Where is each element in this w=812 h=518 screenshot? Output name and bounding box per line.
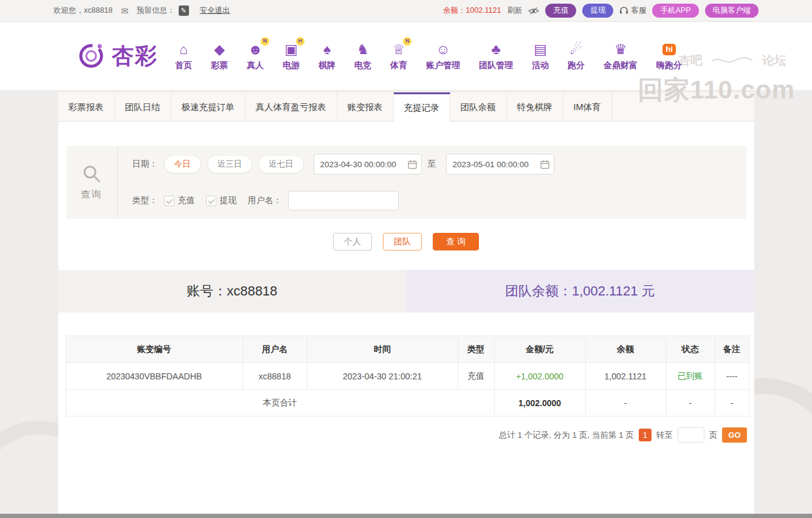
nav-egames[interactable]: ▣ H 电游 <box>283 41 300 71</box>
nav-team-management[interactable]: ♣ 团队管理 <box>479 41 513 71</box>
tab-live-sports-pl[interactable]: 真人体育盈亏报表 <box>246 92 337 121</box>
goto-page-input[interactable] <box>678 427 704 443</box>
nav-home[interactable]: ⌂ 首页 <box>175 41 192 71</box>
pagination: 总计 1 个记录, 分为 1 页, 当前第 1 页 1 转至 页 GO <box>66 427 747 443</box>
table-header-row: 账变编号 用户名 时间 类型 金额/元 余额 状态 备注 <box>66 336 749 363</box>
username-input[interactable] <box>288 191 399 210</box>
nav-paofen[interactable]: ☄ 跑分 <box>568 41 585 71</box>
calendar-icon[interactable] <box>408 160 417 171</box>
col-balance: 余额 <box>585 336 666 363</box>
cell-balance: 1,002.1121 <box>585 363 666 390</box>
message-icon[interactable]: ✉ <box>121 6 128 16</box>
team-balance-value: 1,002.1121 元 <box>572 282 655 300</box>
date-from-input[interactable] <box>320 160 405 169</box>
topbar: 欢迎您，xc88818 ✉ 预留信息： ✎ 安全退出 余额：1002.1121 … <box>0 0 812 22</box>
tab-tetu-chess[interactable]: 特兔棋牌 <box>507 92 563 121</box>
esports-icon: ♞ <box>357 41 370 58</box>
deposit-checkbox[interactable]: 充值 <box>164 195 195 206</box>
date-from-field <box>314 154 422 174</box>
personal-button[interactable]: 个人 <box>333 233 372 250</box>
nav-sports[interactable]: ♕ N 体育 <box>390 41 407 71</box>
pc-client-button[interactable]: 电脑客户端 <box>705 4 759 18</box>
team-balance-label: 团队余额： <box>505 282 572 300</box>
tab-fast-orders[interactable]: 极速充提订单 <box>171 92 246 121</box>
new-badge: N <box>261 37 269 46</box>
tab-account-change[interactable]: 账变报表 <box>337 92 394 121</box>
watermark-right-text: 论坛 <box>762 52 786 69</box>
page-unit-label: 页 <box>709 430 718 441</box>
account-summary: 账号： xc88818 <box>58 270 407 313</box>
cell-amount: +1,002.0000 <box>494 363 585 390</box>
mobile-app-button[interactable]: 手机APP <box>652 4 698 18</box>
wealth-icon: ♛ <box>614 41 627 58</box>
paofen-icon: ☄ <box>570 41 583 58</box>
quick-7days-button[interactable]: 近七日 <box>258 155 304 173</box>
search-button[interactable]: 查 询 <box>433 233 479 250</box>
checkbox-icon <box>164 196 174 206</box>
edit-icon[interactable]: ✎ <box>179 5 189 16</box>
username-label: 用户名： <box>248 195 282 206</box>
tab-deposit-withdraw-records[interactable]: 充提记录 <box>394 92 450 122</box>
nav-esports[interactable]: ♞ 电竞 <box>354 41 371 71</box>
logo[interactable]: 杏彩 <box>75 40 158 72</box>
action-row: 个人 团队 查 询 <box>58 233 754 250</box>
cell-type: 充值 <box>458 363 494 390</box>
tab-team-daily[interactable]: 团队日结 <box>115 92 171 121</box>
balance-text: 余额：1002.1121 <box>443 5 501 16</box>
nav-hi-paofen[interactable]: hi 嗨跑分 <box>656 41 682 71</box>
nav-live[interactable]: ☻ N 真人 <box>247 41 264 71</box>
tab-team-balance[interactable]: 团队余额 <box>450 92 507 121</box>
page-1-button[interactable]: 1 <box>639 429 652 441</box>
quick-3days-button[interactable]: 近三日 <box>207 155 253 173</box>
filter-panel: 查询 日期： 今日 近三日 近七日 <box>66 146 746 219</box>
home-icon: ⌂ <box>179 41 188 58</box>
date-filter-row: 日期： 今日 近三日 近七日 至 <box>132 146 740 182</box>
col-username: 用户名 <box>243 336 307 363</box>
footer-amount: 1,002.0000 <box>494 390 585 416</box>
egames-icon: ▣ H <box>284 41 298 58</box>
withdraw-button[interactable]: 提现 <box>582 4 613 18</box>
col-time: 时间 <box>307 336 458 363</box>
goto-label: 转至 <box>656 430 673 441</box>
activity-icon: ▤ <box>534 41 547 58</box>
tab-im-sports[interactable]: IM体育 <box>563 92 612 121</box>
col-amount: 金额/元 <box>494 336 585 363</box>
balance-value: 1002.1121 <box>466 6 501 15</box>
nav-chess[interactable]: ♠ 棋牌 <box>318 41 335 71</box>
content-card: 彩票报表 团队日结 极速充提订单 真人体育盈亏报表 账变报表 充提记录 团队余额… <box>58 92 754 514</box>
tab-lottery-report[interactable]: 彩票报表 <box>58 92 115 121</box>
withdraw-checkbox[interactable]: 提现 <box>206 195 237 206</box>
new-badge: N <box>403 37 411 46</box>
account-value: xc88818 <box>227 283 277 299</box>
table-footer-row: 本页合计 1,002.0000 - - - <box>66 390 749 416</box>
site-header: 杏吧 论坛 回家110.com 杏彩 ⌂ 首页 ◆ 彩票 ☻ <box>0 22 812 90</box>
nav-activity[interactable]: ▤ 活动 <box>532 41 549 71</box>
cell-note: ---- <box>715 363 749 390</box>
team-balance-summary: 团队余额： 1,002.1121 元 <box>406 270 754 313</box>
hide-balance-icon[interactable] <box>528 7 539 15</box>
team-button[interactable]: 团队 <box>383 233 422 250</box>
go-button[interactable]: GO <box>722 427 746 443</box>
table-row: 20230430VBBFDAADHB xc88818 2023-04-30 21… <box>66 363 749 390</box>
date-to-field <box>446 154 554 174</box>
date-to-input[interactable] <box>453 160 538 169</box>
deposit-button[interactable]: 充值 <box>545 4 576 18</box>
footer-status: - <box>666 390 715 416</box>
date-label: 日期： <box>132 159 158 170</box>
nav-wealth[interactable]: ♛ 金鼎财富 <box>604 41 638 71</box>
col-status: 状态 <box>666 336 715 363</box>
footer-strip <box>0 514 812 518</box>
calendar-icon[interactable] <box>540 160 549 171</box>
customer-service-link[interactable]: 客服 <box>619 5 646 16</box>
refresh-link[interactable]: 刷新 <box>507 5 522 16</box>
cell-status: 已到账 <box>666 363 715 390</box>
records-table: 账变编号 用户名 时间 类型 金额/元 余额 状态 备注 20230430VBB… <box>66 336 747 416</box>
nav-lottery[interactable]: ◆ 彩票 <box>211 41 228 71</box>
nav-account-management[interactable]: ☺ 账户管理 <box>426 41 460 71</box>
sports-icon: ♕ N <box>393 41 405 58</box>
logout-link[interactable]: 安全退出 <box>200 5 230 16</box>
col-record-id: 账变编号 <box>66 336 243 363</box>
welcome-text: 欢迎您，xc88818 <box>53 5 112 16</box>
quick-today-button[interactable]: 今日 <box>164 155 201 173</box>
lottery-icon: ◆ <box>214 41 225 58</box>
